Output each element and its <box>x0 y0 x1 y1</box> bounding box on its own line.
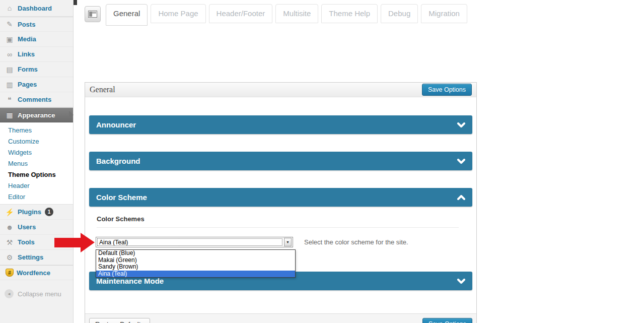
tab-header-footer[interactable]: Header/Footer <box>209 4 273 23</box>
accordion-label: Color Scheme <box>96 193 147 202</box>
plugins-count-badge: 1 <box>45 208 53 216</box>
sidebar-item-label: Tools <box>18 238 35 246</box>
color-schemes-field-label: Color Schemes <box>97 215 468 223</box>
submenu-item-header[interactable]: Header <box>0 180 73 191</box>
sidebar-item-links[interactable]: ∞ Links <box>0 47 73 62</box>
form-icon: ▤ <box>5 66 15 74</box>
pushpin-icon: ✎ <box>5 20 15 28</box>
sidebar-item-plugins[interactable]: ⚡ Plugins 1 <box>0 205 73 220</box>
sidebar-item-media[interactable]: ▣ Media <box>0 32 73 47</box>
pages-icon: ▥ <box>5 81 15 89</box>
tab-multisite[interactable]: Multisite <box>275 4 318 23</box>
submenu-item-menus[interactable]: Menus <box>0 158 73 169</box>
submenu-item-themes[interactable]: Themes <box>0 124 73 136</box>
current-item-pointer-icon <box>69 111 78 119</box>
sidebar-item-appearance[interactable]: ▦ Appearance <box>0 107 73 122</box>
color-scheme-select[interactable]: Aina (Teal) ▼ <box>96 237 293 247</box>
accordion-label: Maintenance Mode <box>96 277 164 285</box>
color-scheme-select-value: Aina (Teal) <box>97 238 282 246</box>
sidebar-item-forms[interactable]: ▤ Forms <box>0 62 73 77</box>
save-options-button-bottom[interactable]: Save Options <box>422 318 472 323</box>
sidebar-item-tools[interactable]: ⚒ Tools <box>0 235 73 250</box>
speech-bubble-icon: ❝ <box>5 96 15 104</box>
appearance-icon: ▦ <box>5 111 15 119</box>
sidebar-item-users[interactable]: ☻ Users <box>0 220 73 235</box>
collapse-menu-label: Collapse menu <box>18 290 61 298</box>
appearance-submenu: Themes Customize Widgets Menus Theme Opt… <box>0 122 73 205</box>
sidebar-item-label: Posts <box>18 21 35 28</box>
select-dropdown-arrow-icon[interactable]: ▼ <box>284 238 292 246</box>
option-aina-teal[interactable]: Aina (Teal) <box>96 271 295 278</box>
restore-defaults-button[interactable]: Restore Defaults <box>89 318 150 323</box>
dashboard-icon: ⌂ <box>5 4 15 12</box>
admin-sidebar: ⌂ Dashboard ✎ Posts ▣ Media ∞ Links ▤ Fo… <box>0 0 74 323</box>
main-content: General Home Page Header/Footer Multisit… <box>74 0 644 323</box>
panel-footer: Restore Defaults Save Options <box>85 313 476 323</box>
tab-debug[interactable]: Debug <box>381 4 418 23</box>
theme-options-icon <box>85 6 101 22</box>
chevron-down-icon <box>457 159 465 164</box>
submenu-item-customize[interactable]: Customize <box>0 136 73 147</box>
sidebar-item-settings[interactable]: ⚙ Settings <box>0 250 73 265</box>
theme-options-tabbar: General Home Page Header/Footer Multisit… <box>85 4 470 26</box>
sidebar-item-label: Dashboard <box>18 5 52 12</box>
camera-icon: ▣ <box>5 35 15 43</box>
general-options-panel: General Save Options Announcer Backgroun… <box>85 82 477 323</box>
sidebar-item-posts[interactable]: ✎ Posts <box>0 17 73 32</box>
color-scheme-field-row: Aina (Teal) ▼ Default (Blue) Makai (Gree… <box>96 237 472 247</box>
plug-icon: ⚡ <box>5 208 15 216</box>
panel-header: General Save Options <box>85 83 476 97</box>
shield-icon: # <box>6 269 14 277</box>
submenu-item-editor[interactable]: Editor <box>0 191 73 202</box>
tab-home-page[interactable]: Home Page <box>151 4 205 23</box>
sidebar-item-label: Forms <box>18 66 38 73</box>
sidebar-item-label: Appearance <box>18 111 55 119</box>
option-makai-green[interactable]: Makai (Green) <box>96 257 295 264</box>
sidebar-item-label: Links <box>18 50 35 58</box>
collapse-arrow-icon: ◄ <box>5 289 14 298</box>
submenu-item-theme-options[interactable]: Theme Options <box>0 169 73 180</box>
sidebar-item-label: Wordfence <box>17 269 50 277</box>
tab-theme-help[interactable]: Theme Help <box>321 4 378 23</box>
accordion-color-scheme[interactable]: Color Scheme <box>89 188 472 207</box>
chevron-up-icon <box>457 195 465 200</box>
chain-icon: ∞ <box>5 50 15 58</box>
sidebar-item-label: Settings <box>18 253 43 261</box>
sidebar-item-wordfence[interactable]: # Wordfence <box>0 265 73 280</box>
tab-migration[interactable]: Migration <box>421 4 467 23</box>
panel-title: General <box>90 85 115 94</box>
sidebar-item-label: Users <box>18 223 36 231</box>
accordion-announcer[interactable]: Announcer <box>89 115 472 134</box>
color-scheme-option-list: Default (Blue) Makai (Green) Sandy (Brow… <box>96 249 296 278</box>
panel-body: Announcer Background Color Scheme Color … <box>85 115 476 290</box>
option-default-blue[interactable]: Default (Blue) <box>96 250 295 257</box>
gear-icon: ⚙ <box>5 253 15 262</box>
chevron-down-icon <box>457 279 465 284</box>
toolbar-remnant <box>74 0 77 5</box>
accordion-background[interactable]: Background <box>89 152 472 170</box>
sidebar-item-label: Plugins <box>18 208 41 216</box>
color-scheme-help-text: Select the color scheme for the site. <box>304 238 408 246</box>
chevron-down-icon <box>457 122 465 127</box>
sidebar-item-dashboard[interactable]: ⌂ Dashboard <box>0 0 73 17</box>
color-scheme-section: Color Schemes Aina (Teal) ▼ Default (Blu… <box>89 215 472 247</box>
users-icon: ☻ <box>5 223 15 231</box>
submenu-item-widgets[interactable]: Widgets <box>0 147 73 158</box>
sidebar-item-comments[interactable]: ❝ Comments <box>0 92 73 107</box>
sidebar-item-label: Pages <box>18 81 37 88</box>
sidebar-item-label: Comments <box>18 96 51 103</box>
collapse-menu-button[interactable]: ◄ Collapse menu <box>0 286 73 301</box>
field-divider <box>97 227 459 228</box>
option-sandy-brown[interactable]: Sandy (Brown) <box>96 264 295 271</box>
save-options-button-top[interactable]: Save Options <box>422 84 472 96</box>
sidebar-item-pages[interactable]: ▥ Pages <box>0 77 73 92</box>
tools-icon: ⚒ <box>5 238 15 246</box>
tab-general[interactable]: General <box>106 4 148 26</box>
accordion-label: Announcer <box>96 120 136 129</box>
sidebar-item-label: Media <box>18 35 36 43</box>
accordion-label: Background <box>96 157 140 165</box>
